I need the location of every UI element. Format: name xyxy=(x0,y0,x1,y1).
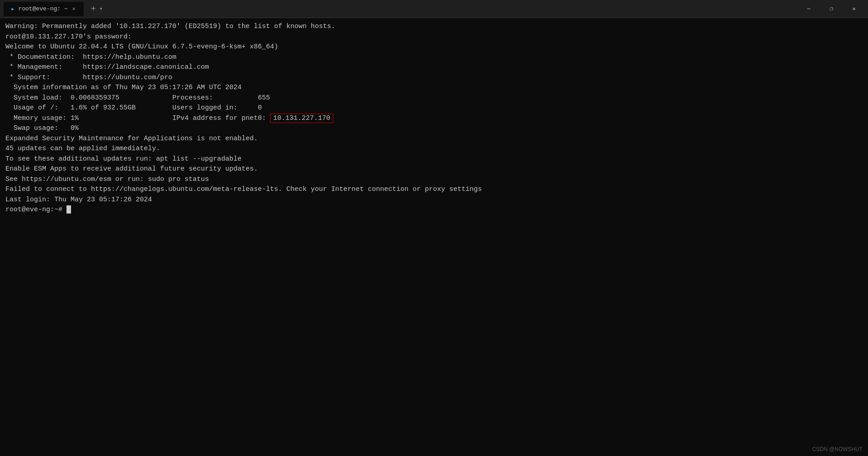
prompt-line: root@eve-ng:~# xyxy=(5,205,863,215)
terminal-line: Last login: Thu May 23 05:17:26 2024 xyxy=(5,195,863,205)
tab-dropdown-button[interactable]: ▾ xyxy=(100,5,103,12)
terminal-line: 45 updates can be applied immediately. xyxy=(5,144,863,154)
terminal-line: * Documentation: https://help.ubuntu.com xyxy=(5,52,863,63)
terminal-line: To see these additional updates run: apt… xyxy=(5,154,863,165)
terminal-line: Welcome to Ubuntu 22.04.4 LTS (GNU/Linux… xyxy=(5,42,863,52)
new-tab-button[interactable]: + xyxy=(91,5,96,14)
terminal-line: Failed to connect to https://changelogs.… xyxy=(5,185,863,195)
title-bar-left: ▸ root@eve-ng: ~ ✕ + ▾ xyxy=(4,2,798,16)
terminal-line: Swap usage: 0% xyxy=(5,124,863,134)
terminal-line: * Support: https://ubuntu.com/pro xyxy=(5,73,863,83)
terminal-line: Usage of /: 1.6% of 932.55GB Users logge… xyxy=(5,103,863,114)
watermark: CSDN @NOWSHUT xyxy=(812,446,863,452)
tab-label: root@eve-ng: ~ xyxy=(18,5,67,12)
minimize-button[interactable]: — xyxy=(798,2,819,16)
terminal-line: System information as of Thu May 23 05:1… xyxy=(5,83,863,93)
close-button[interactable]: ✕ xyxy=(844,2,864,16)
terminal-line: See https://ubuntu.com/esm or run: sudo … xyxy=(5,175,863,185)
window-controls: — ❐ ✕ xyxy=(798,2,864,16)
terminal-line: root@10.131.227.170's password: xyxy=(5,32,863,43)
terminal-line: Warning: Permanently added '10.131.227.1… xyxy=(5,22,863,32)
tab-close-button[interactable]: ✕ xyxy=(71,5,76,13)
terminal-line: System load: 0.0068359375 Processes: 655 xyxy=(5,93,863,104)
ipv4-line: Memory usage: 1% IPv4 address for pnet0:… xyxy=(5,114,863,124)
terminal-line: * Management: https://landscape.canonica… xyxy=(5,62,863,73)
maximize-button[interactable]: ❐ xyxy=(821,2,842,16)
terminal-icon: ▸ xyxy=(11,5,14,13)
title-bar: ▸ root@eve-ng: ~ ✕ + ▾ — ❐ ✕ xyxy=(0,0,868,18)
terminal-line: Expanded Security Maintenance for Applic… xyxy=(5,134,863,144)
terminal-tab[interactable]: ▸ root@eve-ng: ~ ✕ xyxy=(4,2,84,16)
terminal-output[interactable]: Warning: Permanently added '10.131.227.1… xyxy=(0,18,868,456)
terminal-window: ▸ root@eve-ng: ~ ✕ + ▾ — ❐ ✕ Warning: Pe… xyxy=(0,0,868,456)
terminal-line: Enable ESM Apps to receive additional fu… xyxy=(5,164,863,175)
